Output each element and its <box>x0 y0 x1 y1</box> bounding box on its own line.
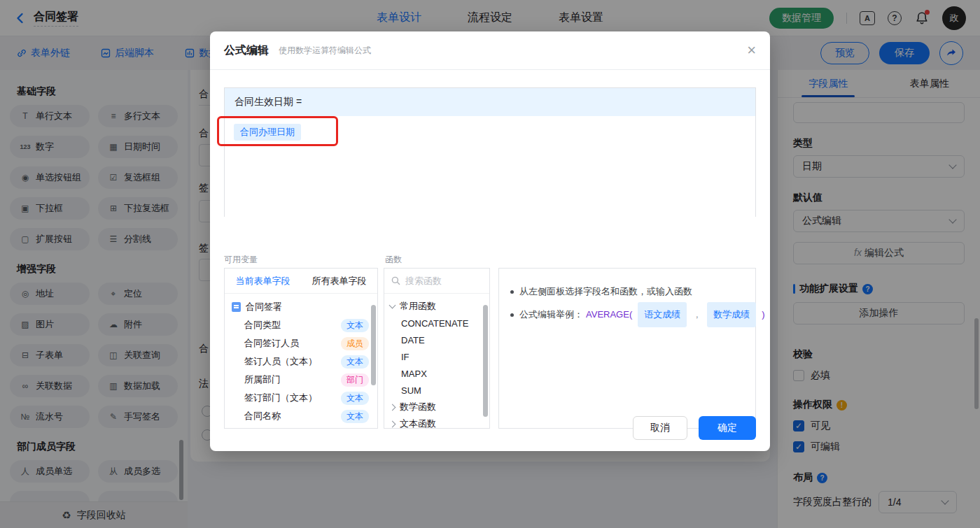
hint-line-1: 从左侧面板选择字段名和函数，或输入函数 <box>510 281 744 302</box>
function-group-label: 文本函数 <box>400 418 436 430</box>
example-function-close: ) <box>762 304 764 325</box>
variable-row[interactable]: 合同签订人员成员 <box>225 334 377 352</box>
variable-row[interactable]: 所属部门部门 <box>225 371 377 389</box>
variables-label: 可用变量 <box>224 254 258 266</box>
form-node-label: 合同签署 <box>246 301 282 313</box>
variable-row[interactable]: 合同类型文本 <box>225 316 377 334</box>
cancel-button[interactable]: 取消 <box>633 416 687 440</box>
function-group-math[interactable]: 数学函数 <box>384 399 489 415</box>
function-group-label: 常用函数 <box>400 300 436 313</box>
bullet-icon <box>510 290 514 294</box>
function-search-input[interactable] <box>405 276 475 286</box>
variable-name: 合同类型 <box>244 319 281 331</box>
hint-example-prefix: 公式编辑举例： <box>519 304 583 325</box>
caret-down-icon <box>389 302 396 309</box>
hint-line-2: 公式编辑举例： AVERAGE( 语文成绩 ， 数学成绩 ) <box>510 302 744 327</box>
example-chip: 数学成绩 <box>707 302 756 327</box>
variable-name: 合同名称 <box>244 410 281 422</box>
caret-right-icon <box>389 404 396 411</box>
variables-tabs: 当前表单字段 所有表单字段 <box>225 269 377 294</box>
variables-tree: 合同签署 合同类型文本 合同签订人员成员 签订人员（文本）文本 所属部门部门 签… <box>225 294 377 429</box>
formula-editor-modal: 公式编辑 使用数学运算符编辑公式 × 合同生效日期 = 合同办理日期 可用变量 … <box>210 31 770 451</box>
formula-editor-box: 合同生效日期 = 合同办理日期 <box>224 87 756 217</box>
variable-name: 签订人员（文本） <box>244 355 317 368</box>
tab-all-form-fields[interactable]: 所有表单字段 <box>312 275 367 287</box>
function-group-common[interactable]: 常用函数 <box>384 298 489 315</box>
type-badge: 文本 <box>341 355 369 369</box>
functions-label: 函数 <box>385 254 402 266</box>
function-group-text[interactable]: 文本函数 <box>384 415 489 432</box>
formula-input-area[interactable]: 合同办理日期 <box>225 116 755 217</box>
type-badge: 文本 <box>341 392 369 405</box>
type-badge: 部门 <box>341 373 369 387</box>
function-item-sum[interactable]: SUM <box>384 382 489 399</box>
variable-row[interactable]: 签订人员（文本）文本 <box>225 352 377 371</box>
modal-footer: 取消 确定 <box>633 416 756 440</box>
hint-text: 从左侧面板选择字段名和函数，或输入函数 <box>519 281 692 302</box>
variable-name: 所属部门 <box>244 373 281 386</box>
variable-name: 合同签订人员 <box>244 337 299 350</box>
modal-header: 公式编辑 使用数学运算符编辑公式 × <box>210 31 770 70</box>
functions-panel: 常用函数 CONCATENATE DATE IF MAPX SUM 数学函数 文… <box>384 268 490 429</box>
caret-right-icon <box>389 420 396 427</box>
example-chip: 语文成绩 <box>638 302 687 327</box>
variable-row[interactable]: 合同名称文本 <box>225 407 377 425</box>
close-icon[interactable]: × <box>747 43 756 58</box>
app-root: 合同签署 表单设计 流程设定 表单设置 数据管理 A ? 政 表单外链 <box>0 0 980 528</box>
variable-row[interactable]: 签订部门（文本）文本 <box>225 389 377 407</box>
variables-scrollbar-thumb[interactable] <box>371 305 376 385</box>
function-item-concatenate[interactable]: CONCATENATE <box>384 315 489 331</box>
variables-panel: 当前表单字段 所有表单字段 合同签署 合同类型文本 合同签订人员成员 签订人员（… <box>224 268 378 429</box>
function-item-mapx[interactable]: MAPX <box>384 365 489 382</box>
search-icon <box>391 276 400 285</box>
tab-current-form-fields[interactable]: 当前表单字段 <box>236 275 290 287</box>
confirm-button[interactable]: 确定 <box>699 416 756 440</box>
type-badge: 文本 <box>341 319 369 332</box>
function-item-if[interactable]: IF <box>384 348 489 365</box>
functions-scrollbar-thumb[interactable] <box>483 305 488 417</box>
function-search <box>384 269 489 294</box>
example-comma: ， <box>692 304 701 325</box>
formula-variable-chip[interactable]: 合同办理日期 <box>234 124 301 141</box>
type-badge: 成员 <box>341 337 369 350</box>
bullet-icon <box>510 313 514 317</box>
type-badge: 文本 <box>341 410 369 423</box>
function-tree: 常用函数 CONCATENATE DATE IF MAPX SUM 数学函数 文… <box>384 294 489 436</box>
modal-subtitle: 使用数学运算符编辑公式 <box>279 45 371 57</box>
function-group-label: 数学函数 <box>400 401 436 413</box>
formula-target: 合同生效日期 = <box>225 88 755 116</box>
function-item-date[interactable]: DATE <box>384 331 489 348</box>
modal-title: 公式编辑 <box>224 43 269 58</box>
form-doc-icon <box>232 302 241 312</box>
variable-name: 签订部门（文本） <box>244 392 317 404</box>
tree-form-node[interactable]: 合同签署 <box>225 298 377 316</box>
example-function-open: AVERAGE( <box>586 304 632 325</box>
hint-panel: 从左侧面板选择字段名和函数，或输入函数 公式编辑举例： AVERAGE( 语文成… <box>498 268 756 429</box>
